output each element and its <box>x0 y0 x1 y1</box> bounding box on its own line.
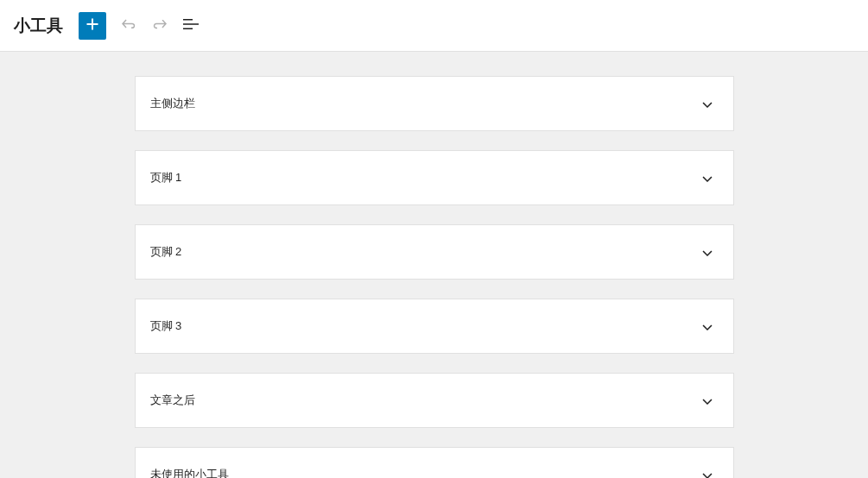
undo-button[interactable] <box>113 10 144 41</box>
widget-area-after-post[interactable]: 文章之后 <box>135 373 734 428</box>
widget-area-label: 页脚 2 <box>150 244 182 260</box>
widget-area-inactive-widgets[interactable]: 未使用的小工具 <box>135 447 734 478</box>
widget-area-footer-2[interactable]: 页脚 2 <box>135 224 734 280</box>
page-title: 小工具 <box>14 15 63 37</box>
chevron-down-icon <box>697 242 718 262</box>
widget-areas-list: 主侧边栏 页脚 1 页脚 2 页脚 3 文章之后 <box>0 52 868 478</box>
chevron-down-icon <box>697 390 718 411</box>
redo-button[interactable] <box>144 10 175 41</box>
widget-area-footer-1[interactable]: 页脚 1 <box>135 150 734 205</box>
list-view-button[interactable] <box>175 10 206 41</box>
chevron-down-icon <box>697 464 718 478</box>
widget-area-label: 未使用的小工具 <box>150 467 229 478</box>
plus-icon <box>82 14 103 37</box>
widget-area-label: 主侧边栏 <box>150 96 195 111</box>
chevron-down-icon <box>697 167 718 188</box>
widget-area-label: 页脚 3 <box>150 318 182 334</box>
widget-area-label: 文章之后 <box>150 393 195 408</box>
widget-area-main-sidebar[interactable]: 主侧边栏 <box>135 76 734 131</box>
undo-icon <box>118 14 139 37</box>
widget-area-label: 页脚 1 <box>150 170 182 186</box>
add-block-button[interactable] <box>79 12 106 40</box>
chevron-down-icon <box>697 93 718 114</box>
toolbar: 小工具 <box>0 0 868 52</box>
chevron-down-icon <box>697 316 718 336</box>
widget-area-footer-3[interactable]: 页脚 3 <box>135 299 734 354</box>
redo-icon <box>149 14 170 37</box>
list-view-icon <box>181 14 201 37</box>
